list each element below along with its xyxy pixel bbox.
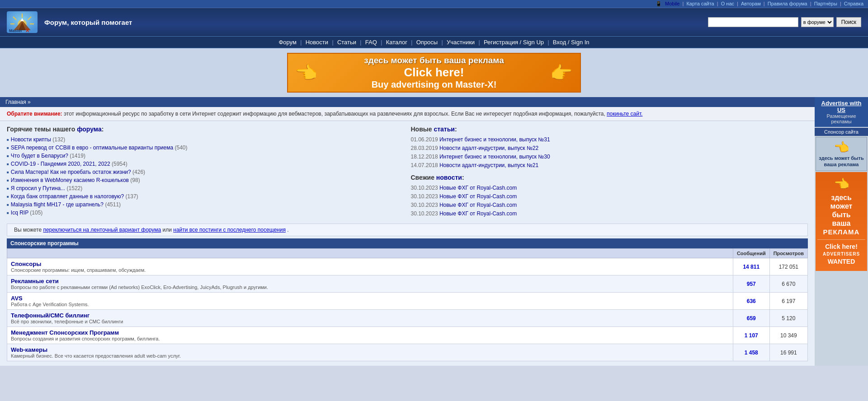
nav-articles[interactable]: Статьи [335,39,359,46]
article-link[interactable]: Интернет бизнес и технологии, выпуск №31 [439,136,550,143]
fresh-news-title: Свежие [411,174,436,181]
breadcrumb-home-link[interactable]: Главная » [5,99,31,105]
col-posts: Сообщений [733,249,769,258]
forum-name-link[interactable]: Телефонный/СМС биллинг [11,312,90,319]
sidebar-big-ad-line2: может [817,202,865,210]
articles-list: 01.06.2019 Интернет бизнес и технологии,… [411,136,808,168]
forum-name-link[interactable]: Менеджмент Спонсорских Программ [11,329,119,336]
logo[interactable]: Master X [7,11,38,33]
topics-cell: 16 991 [769,344,807,361]
posts-cell[interactable]: 1 107 [733,327,769,344]
notice-text: этот информационный ресурс по заработку … [64,111,605,117]
posts-cell[interactable]: 659 [733,310,769,327]
list-item: 30.10.2023 Новые ФХГ от Royal-Cash.com [411,185,808,191]
hot-topics-title: Горячие темы нашего [7,126,77,133]
forum-section-header: Спонсорские программы [7,238,808,248]
posts-cell[interactable]: 636 [733,293,769,310]
forum-name-link[interactable]: Спонсоры [11,261,41,267]
article-link[interactable]: Новости адалт-индустрии, выпуск №22 [439,145,538,151]
nav-forum[interactable]: Форум [276,39,299,46]
logo-icon: Master X [7,11,38,33]
sitemap-link[interactable]: Карта сайта [686,1,714,6]
advertise-title: Advertise with US [816,100,866,113]
switch-view-bar: Вы можете переключиться на ленточный вар… [7,224,808,236]
sidebar-large-ad[interactable]: 👈 здесь может быть ваша РЕКЛАМА Click he… [816,172,867,271]
nav-faq[interactable]: FAQ [363,39,379,46]
article-link[interactable]: Интернет бизнес и технологии, выпуск №30 [439,154,550,160]
posts-cell[interactable]: 1 458 [733,344,769,361]
nav-catalog[interactable]: Каталог [384,39,410,46]
main-banner[interactable]: 👈 здесь может быть ваша реклама Click he… [287,53,581,93]
nav-news[interactable]: Новости [303,39,330,46]
rules-link[interactable]: Правила форума [768,1,807,6]
list-item: ■Изменения в WebMoney касаемо R-кошелько… [7,177,404,183]
hot-topic-link[interactable]: Я спросил у Путина... [11,185,65,191]
breadcrumb: Главная » [0,97,815,107]
sidebar-big-ad-line3: быть [817,210,865,219]
authors-link[interactable]: Авторам [741,1,761,6]
hot-topic-link[interactable]: Сила Мастера! Как не проебать остаток жи… [11,169,131,175]
topics-cell: 10 349 [769,327,807,344]
nav-register[interactable]: Регистрация / Sign Up [481,39,546,46]
advertise-banner[interactable]: Advertise with US Размещение рекламы [815,97,868,127]
search-button[interactable]: Поиск [836,17,861,27]
hot-topic-link[interactable]: COVID-19 - Пандемия 2020, 2021, 2022 [11,161,110,167]
new-articles-link[interactable]: статьи [434,126,455,133]
notice-bar: Обратите внимание: этот информационный р… [0,107,815,121]
forum-name-link[interactable]: Рекламные сети [11,278,59,284]
help-link[interactable]: Справка [844,1,863,6]
switch-view-ribbon-link[interactable]: переключиться на ленточный вариант форум… [43,227,161,233]
new-articles-title: Новые [411,126,434,133]
forum-name-link[interactable]: AVS [11,295,23,302]
list-item: 30.10.2023 Новые ФХГ от Royal-Cash.com [411,210,808,217]
news-link[interactable]: Новые ФХГ от Royal-Cash.com [439,210,517,217]
list-item: 01.06.2019 Интернет бизнес и технологии,… [411,136,808,143]
sponsor-label: Спонсор сайта [815,128,868,136]
nav-polls[interactable]: Опросы [414,39,440,46]
hot-topic-link[interactable]: SEPA перевод от CCBill в евро - оптималь… [11,145,173,151]
notice-leave-link[interactable]: покиньте сайт. [607,111,642,117]
nav-members[interactable]: Участники [444,39,477,46]
hot-topics-forum-link[interactable]: форума [77,126,102,133]
hot-topic-link[interactable]: Новости крипты [11,136,51,143]
list-item: ■Icq RIP (105) [7,210,404,216]
news-link[interactable]: Новые ФХГ от Royal-Cash.com [439,202,517,208]
list-item: 30.10.2023 Новые ФХГ от Royal-Cash.com [411,202,808,208]
news-link[interactable]: Новые ФХГ от Royal-Cash.com [439,185,517,191]
forum-name-link[interactable]: Web-камеры [11,346,47,353]
hot-topic-link[interactable]: Malaysia flight MH17 - где шрапнель? [11,201,104,208]
hot-topic-link[interactable]: Что будет в Беларуси? [11,153,68,159]
hot-topic-link[interactable]: Изменения в WebMoney касаемо R-кошельков [11,177,129,183]
search-input[interactable] [708,17,798,27]
mobile-link[interactable]: Mobile [665,1,679,6]
banner-text: здесь может быть ваша реклама Click here… [364,56,504,90]
sidebar-advertisers: ADVERTISERS [817,251,865,257]
switch-view-last-visit-link[interactable]: найти все постинги с последнего посещени… [173,227,286,233]
topics-cell: 6 670 [769,275,807,293]
hot-topic-link[interactable]: Когда банк отправляет данные в налоговую… [11,193,124,200]
table-row: СпонсорыСпонсорские программы: ищем, спр… [7,258,808,275]
fresh-news-link[interactable]: новости [436,174,462,181]
right-sidebar: Advertise with US Размещение рекламы Спо… [815,97,868,366]
posts-cell[interactable]: 957 [733,275,769,293]
list-item: ■Сила Мастера! Как не проебать остаток ж… [7,169,404,175]
posts-cell[interactable]: 14 811 [733,258,769,275]
article-link[interactable]: Новости адалт-индустрии, выпуск №21 [439,162,538,168]
sidebar-ad-text: здесь может быть ваша реклама [818,155,865,168]
news-link[interactable]: Новые ФХГ от Royal-Cash.com [439,193,517,200]
table-row: AVSРабота с Age Verification Systems.636… [7,293,808,310]
news-list: 30.10.2023 Новые ФХГ от Royal-Cash.com30… [411,185,808,217]
sidebar-big-ad-line4: ваша [817,219,865,228]
list-item: ■Когда банк отправляет данные в налогову… [7,193,404,200]
partners-link[interactable]: Партнёры [814,1,837,6]
forum-table: СообщенийПросмотровСпонсорыСпонсорские п… [7,248,808,361]
about-link[interactable]: О нас [721,1,734,6]
site-title: Форум, который помогает [44,19,132,26]
nav-login[interactable]: Вход / Sign In [551,39,592,46]
hot-topic-link[interactable]: Icq RIP [11,210,28,216]
search-scope-select[interactable]: в форуме [801,17,834,27]
col-topics: Просмотров [769,249,807,258]
list-item: 30.10.2023 Новые ФХГ от Royal-Cash.com [411,193,808,200]
list-item: ■Что будет в Беларуси? (1419) [7,153,404,159]
sidebar-small-ad[interactable]: 👈 здесь может быть ваша реклама [816,137,867,171]
